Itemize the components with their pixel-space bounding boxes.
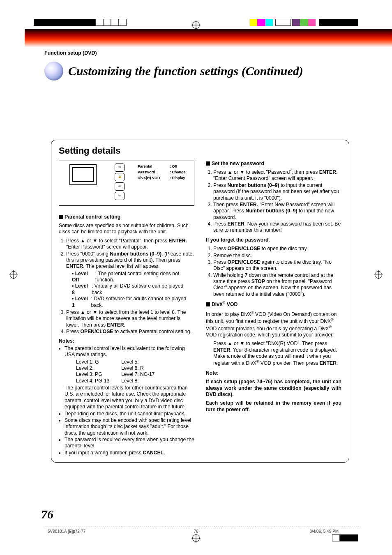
menu-icon-2: 🔒 (115, 173, 125, 181)
register-mark-icon (192, 21, 200, 29)
parental-intro: Some discs are specified as not suitable… (59, 223, 194, 235)
section-label: Function setup (DVD) (44, 50, 97, 56)
notes-heading: Notes: (59, 338, 194, 344)
menu-icon-1: ⚙ (115, 164, 125, 172)
divx-heading: DivX® VOD (206, 301, 341, 308)
menu-parental-value: : Off (170, 164, 178, 169)
menu-password-label: Password (138, 170, 167, 175)
rating-table: Level 1: GLevel 5: Level 2:Level 6: R Le… (76, 359, 194, 385)
settings-heading: Setting details (59, 145, 341, 157)
menu-icon-4: ⇆ (115, 192, 125, 200)
settings-panel: Setting details ⚙ 🔒 ◎ ⇆ Parental: Off (51, 140, 349, 463)
divx-paragraph-2: Press ▲ or ▼ to select "DivX(R) VOD". Th… (213, 341, 341, 367)
footer-timestamp: 8/4/06, 5:49 PM (309, 529, 339, 534)
menu-divx-value: : Display (170, 176, 185, 180)
final-note-1: If each setup (pages 74~76) has complete… (206, 379, 341, 398)
menu-parental-label: Parental (138, 164, 167, 169)
right-column: Set the new password Press ▲ or ▼ to sel… (206, 161, 341, 457)
side-register-mark-right (375, 271, 382, 279)
notes-list: The parental control level is equivalent… (59, 345, 194, 456)
menu-password-value: : Change (170, 170, 186, 175)
sphere-icon (44, 62, 63, 81)
forgot-password-steps: Press OPEN/CLOSE to open the disc tray. … (206, 246, 341, 297)
set-password-heading: Set the new password (206, 161, 341, 167)
register-mark-bottom-icon (192, 534, 200, 542)
menu-icon-3: ◎ (115, 182, 125, 191)
footer-sheet-num: 76 (194, 529, 198, 534)
parental-heading: Parental control setting (59, 214, 194, 220)
footer-doc-id: 5V90101A [E]p72-77 (48, 529, 85, 534)
parental-category-icon (69, 164, 97, 185)
set-password-steps: Press ▲ or ▼ to select "Password", then … (206, 169, 341, 234)
header-gradient (25, 29, 392, 47)
left-column: ⚙ 🔒 ◎ ⇆ Parental: Off Password: Change D… (59, 161, 194, 457)
page-title: Customizing the function settings (Conti… (68, 64, 303, 78)
divx-paragraph-1: In order to play DivX® VOD (Video On Dem… (206, 311, 341, 339)
final-note-heading: Note: (206, 370, 341, 376)
osd-mock: ⚙ 🔒 ◎ ⇆ Parental: Off Password: Change D… (59, 161, 194, 206)
print-marks-bottom (0, 534, 392, 547)
parental-steps: Press ▲ or ▼ to select "Parental", then … (59, 238, 194, 335)
footer-divider (45, 527, 359, 527)
side-register-mark-left (10, 271, 17, 279)
page-number: 76 (41, 507, 53, 521)
menu-divx-label: DivX(R) VOD (138, 176, 167, 180)
forgot-password-heading: If you forget the password. (206, 237, 341, 243)
final-note-2: Each setup will be retained in the memor… (206, 400, 341, 413)
